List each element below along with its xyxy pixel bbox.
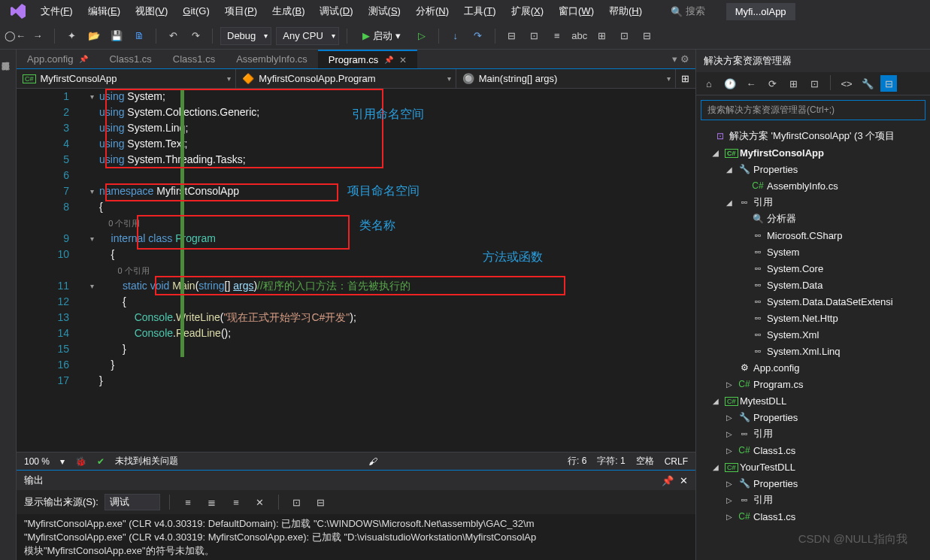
tool-btn-3[interactable]: ≡ [548,27,566,45]
doc-tab[interactable]: App.config📌 [17,50,98,68]
tree-item[interactable]: ▫▫System.Core [696,260,930,277]
expand-icon[interactable]: ▷ [726,446,735,455]
pin-icon[interactable]: 📌 [384,56,393,64]
menu-n[interactable]: 分析(N) [408,2,456,20]
status-insert[interactable]: 空格 [636,455,654,468]
expand-icon[interactable]: ▷ [726,413,735,422]
code-line[interactable]: Console.ReadLine(); [99,325,695,341]
bug-icon[interactable]: 🐞 [75,456,86,467]
tree-item[interactable]: ▷▫▫引用 [696,492,930,508]
brush-icon[interactable]: 🖌 [368,456,377,467]
menu-s[interactable]: 测试(S) [361,2,408,20]
expand-icon[interactable]: ◢ [726,198,735,207]
tree-item[interactable]: ▫▫System.Xml [696,326,930,343]
zoom-level[interactable]: 100 % [24,456,50,467]
tree-item[interactable]: ▷C#Class1.cs [696,508,930,525]
expand-icon[interactable]: ◢ [713,397,722,405]
code-line[interactable]: } [99,341,695,357]
menu-p[interactable]: 项目(P) [217,2,265,20]
expand-icon[interactable]: ▷ [726,513,735,521]
sol-view-button[interactable]: ⊟ [880,75,897,92]
code-line[interactable]: { [99,199,695,215]
left-sidebar-tab[interactable]: 服务器资源管理器 [0,50,17,560]
pin-icon[interactable]: 📌 [79,55,88,63]
expand-icon[interactable]: ◢ [713,463,722,471]
step-over-button[interactable]: ↷ [469,27,487,45]
code-line[interactable]: } [99,357,695,373]
zoom-dropdown-icon[interactable]: ▾ [60,456,65,467]
solution-search[interactable]: 搜索解决方案资源管理器(Ctrl+;) [701,100,925,120]
menu-d[interactable]: 调试(D) [312,2,360,20]
redo-button[interactable]: ↷ [186,27,204,45]
output-btn-3[interactable]: ≡ [227,493,245,511]
code-line[interactable]: using System.Text; [99,136,695,152]
close-icon[interactable]: ✕ [680,475,688,486]
doc-tab[interactable]: Class1.cs [162,50,226,68]
forward-button[interactable]: → [29,27,47,45]
output-btn-5[interactable]: ⊟ [312,493,330,511]
code-line[interactable] [99,168,695,183]
tab-settings-button[interactable]: ⚙ [680,53,689,65]
tree-item[interactable]: 🔍分析器 [696,210,930,227]
step-into-button[interactable]: ↓ [447,27,465,45]
tree-item[interactable]: ▫▫System.Xml.Linq [696,343,930,359]
code-line[interactable]: using System.Collections.Generic; [99,104,695,120]
sol-sync-button[interactable]: ⟳ [764,75,780,92]
status-line[interactable]: 行: 6 [568,455,586,468]
pin-icon[interactable]: 📌 [662,475,674,486]
code-content[interactable]: using System;using System.Collections.Ge… [99,89,695,452]
doc-tab[interactable]: Class1.cs [98,50,162,68]
sol-btn-6[interactable]: ⊡ [806,75,822,92]
code-line[interactable]: { [99,247,695,262]
tree-item[interactable]: ▫▫System.Data.DataSetExtensi [696,293,930,310]
sol-back-button[interactable]: ← [743,75,759,92]
code-line[interactable]: internal class Program [99,231,695,247]
menu-h[interactable]: 帮助(H) [601,2,650,20]
back-button[interactable]: ◯← [6,27,24,45]
config-dropdown[interactable]: Debug [220,27,271,45]
fold-column[interactable]: ▾▾▾▾ [84,89,99,452]
tree-item[interactable]: ▷C#Program.cs [696,376,930,392]
solution-root[interactable]: ⊡ 解决方案 'MyfirstConsolApp' (3 个项目 [696,128,930,144]
menu-b[interactable]: 生成(B) [265,2,312,20]
undo-button[interactable]: ↶ [164,27,182,45]
sol-home-button[interactable]: ⌂ [701,75,717,92]
tree-item[interactable]: ◢C#MytestDLL [696,392,930,409]
sol-history-button[interactable]: 🕐 [722,75,738,92]
clear-output-button[interactable]: ✕ [251,493,269,511]
close-icon[interactable]: ✕ [399,55,407,65]
expand-icon[interactable]: ▷ [726,480,735,488]
status-char[interactable]: 字符: 1 [597,455,625,468]
tree-item[interactable]: ▫▫Microsoft.CSharp [696,227,930,244]
menu-v[interactable]: 视图(V) [128,2,175,20]
tree-item[interactable]: ▷▫▫引用 [696,425,930,442]
expand-icon[interactable]: ◢ [713,149,722,157]
doc-tab[interactable]: Program.cs📌✕ [318,50,417,68]
code-editor[interactable]: 1234567891011121314151617 ▾▾▾▾ using Sys… [17,89,695,452]
nav-class[interactable]: 🔶 MyfirstConsolApp.Program [236,69,456,88]
start-nodebug-button[interactable]: ▷ [413,27,431,45]
issues-text[interactable]: 未找到相关问题 [115,455,178,468]
code-line[interactable]: using System.Linq; [99,120,695,136]
tree-item[interactable]: ◢C#YourTestDLL [696,459,930,475]
tab-dropdown-button[interactable]: ▾ [672,53,677,65]
tree-item[interactable]: ▫▫System.Data [696,277,930,293]
tool-btn-4[interactable]: abc [571,27,589,45]
tree-item[interactable]: ▷🔧Properties [696,475,930,492]
platform-dropdown[interactable]: Any CPU [276,27,338,45]
new-item-button[interactable]: ✦ [62,27,80,45]
save-button[interactable]: 💾 [108,27,126,45]
menu-f[interactable]: 文件(F) [33,2,80,20]
output-btn-4[interactable]: ⊡ [288,493,306,511]
code-line[interactable]: static void Main(string[] args)//程序的入口方法… [99,278,695,294]
search-box[interactable]: 🔍 搜索 [665,3,711,20]
code-line[interactable]: using System; [99,89,695,104]
save-all-button[interactable]: 🗎 [130,27,148,45]
code-line[interactable]: Console.WriteLine("现在正式开始学习C#开发"); [99,310,695,325]
code-line[interactable]: using System.Threading.Tasks; [99,152,695,168]
code-line[interactable]: 0 个引用 [99,262,695,278]
nav-split-button[interactable]: ⊞ [676,69,695,88]
tool-btn-6[interactable]: ⊡ [616,27,634,45]
expand-icon[interactable]: ▷ [726,430,735,438]
tool-btn-1[interactable]: ⊟ [503,27,521,45]
